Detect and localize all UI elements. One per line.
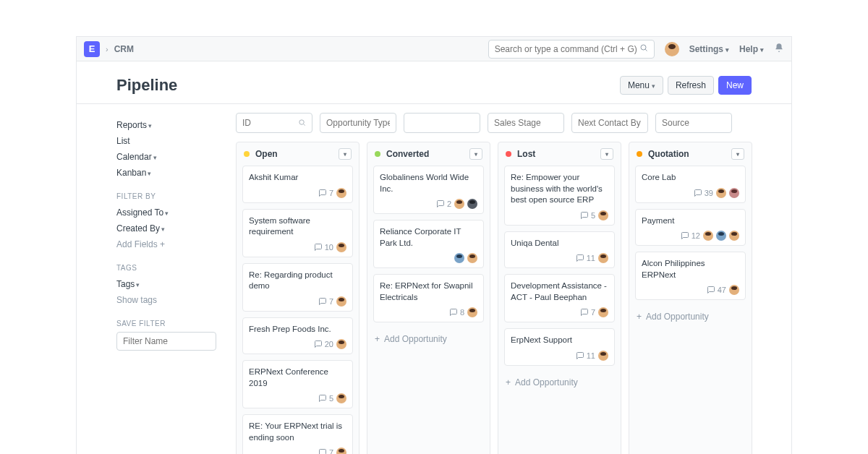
comment-count: 39: [694, 189, 713, 197]
kanban-board: Open▾Akshit Kumar7System software requir…: [229, 142, 791, 454]
filter-source[interactable]: [655, 113, 732, 133]
kanban-card[interactable]: Re: Empower your business with the world…: [504, 166, 615, 226]
filter-next-contact-by[interactable]: [571, 113, 648, 133]
comment-count: 11: [576, 351, 595, 360]
page-title: Pipeline: [116, 76, 177, 95]
column-menu-button[interactable]: ▾: [731, 148, 744, 160]
kanban-card[interactable]: Akshit Kumar7: [242, 166, 353, 203]
plus-icon: +: [375, 334, 380, 344]
card-title: System software requirement: [249, 215, 346, 238]
add-opportunity-button[interactable]: +Add Opportunity: [629, 306, 752, 327]
filter-sales-stage[interactable]: [488, 113, 564, 133]
column-menu-button[interactable]: ▾: [600, 148, 613, 160]
kanban-card[interactable]: Core Lab39: [635, 166, 746, 203]
comment-count: 10: [314, 243, 333, 252]
comment-count: 47: [707, 286, 726, 294]
kanban-column: Open▾Akshit Kumar7System software requir…: [236, 142, 359, 454]
comment-count: 5: [318, 394, 333, 403]
filter-empty[interactable]: [404, 113, 480, 133]
sidebar-filter-assigned-to[interactable]: Assigned To▾: [116, 205, 229, 220]
search-icon: [298, 119, 306, 128]
card-footer: 8: [380, 307, 477, 317]
assignee-avatar: [336, 447, 346, 454]
kanban-card[interactable]: Re: ERPNext for Swapnil Electricals8: [373, 274, 484, 322]
assignee-avatar: [336, 339, 346, 349]
bell-icon[interactable]: [774, 43, 784, 55]
card-footer: 2: [380, 199, 477, 209]
card-footer: 7: [249, 188, 346, 198]
kanban-card[interactable]: RE: Your ERPNext trial is ending soon7: [242, 414, 353, 454]
assignee-avatar: [716, 231, 726, 241]
card-footer: 7: [249, 447, 346, 454]
app-logo[interactable]: E: [84, 41, 100, 57]
sidebar-item-reports[interactable]: Reports▾: [116, 117, 229, 133]
card-footer: 7: [249, 296, 346, 307]
card-footer: 12: [642, 231, 739, 241]
settings-menu[interactable]: Settings: [689, 44, 729, 54]
kanban-card[interactable]: Globalinens World Wide Inc.2: [373, 166, 484, 214]
user-avatar[interactable]: [665, 42, 679, 56]
assignee-avatar: [729, 188, 739, 198]
help-menu[interactable]: Help: [739, 44, 764, 54]
card-title: Globalinens World Wide Inc.: [380, 172, 477, 194]
assignee-avatar: [729, 285, 739, 295]
column-menu-button[interactable]: ▾: [339, 148, 352, 160]
sidebar-filter-created-by[interactable]: Created By▾: [116, 220, 229, 236]
kanban-column: Quotation▾Core Lab39Payment12Alcon Phili…: [629, 142, 752, 454]
filter-opportunity-type[interactable]: [320, 113, 396, 133]
sidebar-item-kanban[interactable]: Kanban▾: [116, 165, 229, 181]
kanban-card[interactable]: Uniqa Dental11: [504, 231, 615, 269]
kanban-card[interactable]: System software requirement10: [242, 209, 353, 257]
filter-id-wrap[interactable]: [236, 113, 312, 133]
assignee-avatar: [729, 231, 739, 241]
kanban-card[interactable]: Re: Regarding product demo7: [242, 263, 353, 312]
kanban-card[interactable]: ErpNext Support11: [504, 328, 615, 366]
sidebar-tags[interactable]: Tags▾: [116, 276, 229, 292]
column-menu-button[interactable]: ▾: [469, 148, 482, 160]
sidebar-item-calendar[interactable]: Calendar▾: [116, 149, 229, 165]
menu-button[interactable]: Menu: [620, 76, 663, 95]
sidebar-add-fields[interactable]: Add Fields +: [116, 236, 229, 252]
kanban-card[interactable]: Fresh Prep Foods Inc.20: [242, 317, 353, 355]
card-title: Akshit Kumar: [249, 172, 346, 184]
filter-name-input[interactable]: [116, 332, 216, 351]
refresh-button[interactable]: Refresh: [668, 76, 714, 95]
assignee-avatar: [467, 199, 477, 209]
card-title: Uniqa Dental: [511, 238, 608, 249]
card-title: Core Lab: [642, 172, 739, 184]
sidebar-item-list[interactable]: List: [116, 133, 229, 149]
chevron-right-icon: ›: [106, 45, 109, 53]
add-opportunity-button[interactable]: +Add Opportunity: [367, 328, 490, 350]
new-button[interactable]: New: [718, 76, 752, 95]
filter-by-label: FILTER BY: [116, 192, 229, 200]
search-input[interactable]: [495, 44, 639, 54]
filter-id-input[interactable]: [242, 118, 293, 128]
kanban-card[interactable]: Development Assistance - ACT - Paul Beep…: [504, 274, 615, 322]
sidebar-show-tags[interactable]: Show tags: [116, 292, 229, 308]
column-title: Open: [255, 149, 278, 159]
card-footer: 5: [511, 210, 608, 220]
comment-count: 12: [681, 231, 700, 240]
assignee-avatar: [336, 242, 346, 252]
filter-row: [229, 104, 791, 142]
assignee-avatar: [454, 253, 464, 263]
assignee-avatar: [467, 307, 477, 317]
kanban-column: Converted▾Globalinens World Wide Inc.2Re…: [367, 142, 490, 454]
column-title: Lost: [517, 149, 535, 159]
svg-line-1: [645, 49, 647, 51]
card-title: ErpNext Support: [511, 335, 608, 346]
search-input-wrap[interactable]: [488, 40, 655, 59]
add-opportunity-button[interactable]: +Add Opportunity: [498, 372, 621, 393]
card-footer: 39: [642, 188, 739, 198]
comment-count: 11: [576, 254, 595, 262]
column-header: Lost▾: [498, 142, 621, 166]
kanban-card[interactable]: ERPNext Conference 20195: [242, 360, 353, 408]
kanban-card[interactable]: Alcon Philippines ERPNext47: [635, 252, 746, 300]
kanban-card[interactable]: Payment12: [635, 209, 746, 247]
svg-line-3: [304, 124, 305, 125]
tags-section-label: TAGS: [116, 264, 229, 272]
assignee-avatar: [598, 210, 608, 220]
breadcrumb[interactable]: CRM: [114, 44, 134, 54]
kanban-card[interactable]: Reliance Corporate IT Park Ltd.: [373, 220, 484, 268]
column-header: Open▾: [237, 142, 359, 166]
